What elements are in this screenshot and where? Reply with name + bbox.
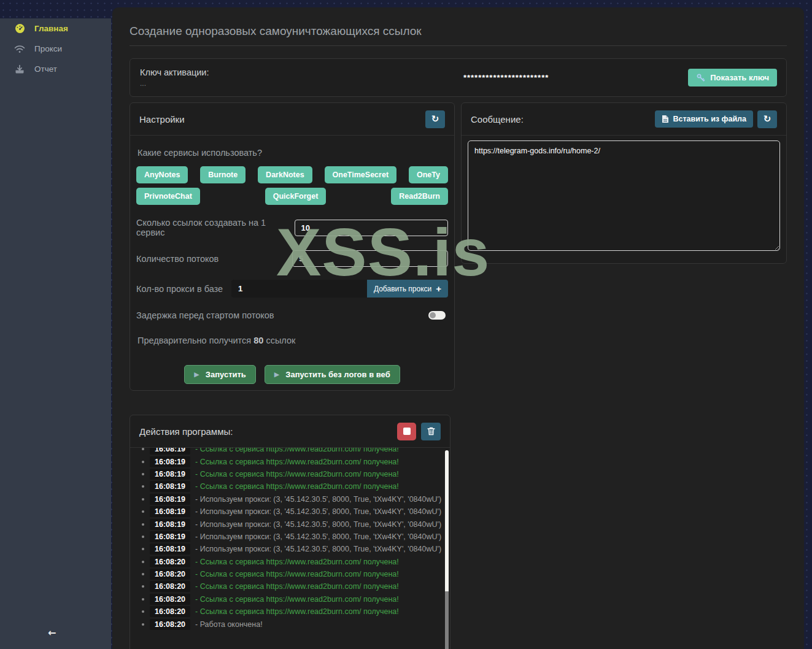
log-timestamp: 16:08:20 <box>150 581 190 592</box>
page-title: Создание одноразовых самоуничтожающихся … <box>130 25 422 38</box>
activation-label-block: Ключ активации: ... <box>130 67 324 88</box>
log-entry: 16:08:20- Работа окончена! <box>134 618 443 630</box>
stop-button[interactable] <box>397 423 416 440</box>
log-header-buttons <box>397 423 441 440</box>
sidebar-item-report[interactable]: Отчет <box>0 59 111 79</box>
add-proxy-button[interactable]: Добавить прокси + <box>367 280 448 298</box>
run-without-logs-button[interactable]: ▶ Запустить без логов в веб <box>265 365 400 384</box>
settings-header: Настройки ↻ <box>130 103 454 136</box>
message-textarea[interactable]: https://telegram-gods.info/ru/home-2/ <box>468 140 780 251</box>
log-message: - Используем прокси: (3, '45.142.30.5', … <box>195 507 441 516</box>
bullet-icon <box>142 523 144 526</box>
bullet-icon <box>142 448 144 450</box>
bullet-icon <box>142 485 144 488</box>
run-nolog-label: Запустить без логов в веб <box>285 370 390 379</box>
run-buttons-row: ▶ Запустить ▶ Запустить без логов в веб <box>136 365 448 384</box>
message-header: Сообщение: Вставить из файла ↻ <box>462 103 786 136</box>
sidebar-item-label: Отчет <box>34 64 57 74</box>
bullet-icon <box>142 473 144 475</box>
links-per-service-row: Сколько ссылок создавать на 1 сервис <box>136 218 448 237</box>
add-proxy-label: Добавить прокси <box>374 285 431 293</box>
show-key-button[interactable]: Показать ключ <box>688 69 777 86</box>
delay-row: Задержка перед стартом потоков <box>136 310 448 320</box>
service-button-read2burn[interactable]: Read2Burn <box>391 188 448 205</box>
sidebar-item-home[interactable]: Главная <box>0 18 111 39</box>
log-timestamp: 16:08:19 <box>150 456 190 467</box>
log-list: 16:08:19- Ссылка с сервиса https://www.r… <box>134 448 443 631</box>
sidebar-collapse-arrow[interactable]: ← <box>48 627 56 639</box>
sidebar-item-label: Прокси <box>34 44 62 53</box>
bullet-icon <box>142 561 144 563</box>
settings-card: Настройки ↻ Какие сервисы использовать? … <box>130 102 455 391</box>
links-per-service-input[interactable] <box>295 220 448 236</box>
log-header: Действия программы: <box>130 415 450 448</box>
message-card: Сообщение: Вставить из файла ↻ https://t… <box>461 102 787 264</box>
service-button-darknotes[interactable]: DarkNotes <box>258 166 312 183</box>
log-timestamp: 16:08:19 <box>150 448 190 455</box>
log-message: - Ссылка с сервиса https://www.read2burn… <box>195 448 399 453</box>
toggle-knob <box>430 312 436 318</box>
sidebar: Главная Прокси Отчет ← <box>0 18 111 649</box>
log-message: - Ссылка с сервиса https://www.read2burn… <box>195 458 399 466</box>
plus-icon: + <box>436 283 441 294</box>
bullet-icon <box>142 498 144 501</box>
run-button[interactable]: ▶ Запустить <box>184 365 256 384</box>
bullet-icon <box>142 536 144 538</box>
play-icon: ▶ <box>194 371 199 378</box>
log-scrollbar[interactable] <box>445 450 449 649</box>
trash-icon <box>427 427 435 436</box>
settings-refresh-button[interactable]: ↻ <box>425 110 445 128</box>
message-refresh-button[interactable]: ↻ <box>757 110 777 128</box>
delay-toggle[interactable] <box>428 311 446 320</box>
download-icon <box>14 64 25 75</box>
proxy-count-row: Кол-во прокси в базе Добавить прокси + <box>136 280 448 298</box>
log-message: - Ссылка с сервиса https://www.read2burn… <box>195 558 399 566</box>
wifi-icon <box>14 44 25 55</box>
service-button-onety[interactable]: OneTy <box>409 166 448 183</box>
log-timestamp: 16:08:20 <box>150 556 190 567</box>
bullet-icon <box>142 585 144 588</box>
service-button-burnote[interactable]: Burnote <box>200 166 246 183</box>
service-button-quickforget[interactable]: QuickForget <box>265 188 327 205</box>
delay-label: Задержка перед стартом потоков <box>136 310 274 320</box>
log-entry: 16:08:20- Ссылка с сервиса https://www.r… <box>134 605 443 618</box>
log-message: - Ссылка с сервиса https://www.read2burn… <box>195 470 399 478</box>
log-entry: 16:08:19- Ссылка с сервиса https://www.r… <box>134 455 443 467</box>
sidebar-item-proxy[interactable]: Прокси <box>0 39 111 59</box>
log-timestamp: 16:08:20 <box>150 569 190 580</box>
log-entry: 16:08:19- Используем прокси: (3, '45.142… <box>134 543 443 555</box>
proxy-count-input[interactable] <box>231 280 367 298</box>
main-panel: Создание одноразовых самоуничтожающихся … <box>112 7 804 649</box>
service-button-privnotechat[interactable]: PrivnoteChat <box>136 188 200 205</box>
bullet-icon <box>142 573 144 575</box>
log-entry: 16:08:19- Ссылка с сервиса https://www.r… <box>134 468 443 480</box>
log-entry: 16:08:19- Используем прокси: (3, '45.142… <box>134 505 443 518</box>
insert-from-file-button[interactable]: Вставить из файла <box>655 110 753 128</box>
threads-input[interactable] <box>292 250 448 267</box>
activation-label: Ключ активации: <box>140 67 324 77</box>
message-body: https://telegram-gods.info/ru/home-2/ <box>462 136 786 258</box>
service-button-onetimesecret[interactable]: OneTimeSecret <box>325 166 396 183</box>
insert-from-file-label: Вставить из файла <box>673 115 746 123</box>
log-timestamp: 16:08:19 <box>150 531 190 542</box>
title-divider <box>130 45 787 46</box>
service-button-anynotes[interactable]: AnyNotes <box>136 166 188 183</box>
bullet-icon <box>142 610 144 613</box>
settings-body: Какие сервисы использовать? AnyNotesBurn… <box>130 136 454 391</box>
log-entry: 16:08:19- Ссылка с сервиса https://www.r… <box>134 480 443 493</box>
clear-log-button[interactable] <box>421 423 441 440</box>
masked-activation-key: *********************** <box>324 73 688 82</box>
log-timestamp: 16:08:19 <box>150 506 190 517</box>
log-timestamp: 16:08:20 <box>150 619 190 630</box>
log-timestamp: 16:08:19 <box>150 469 190 480</box>
log-entry: 16:08:19- Используем прокси: (3, '45.142… <box>134 518 443 530</box>
services-list: AnyNotesBurnoteDarkNotesOneTimeSecretOne… <box>136 166 448 205</box>
threads-row: Количество потоков <box>136 250 448 267</box>
bullet-icon <box>142 510 144 513</box>
log-title: Действия программы: <box>139 426 233 437</box>
play-icon: ▶ <box>274 371 279 378</box>
log-timestamp: 16:08:19 <box>150 494 190 505</box>
log-message: - Ссылка с сервиса https://www.read2burn… <box>195 595 399 604</box>
log-scrollbar-thumb[interactable] <box>445 591 449 649</box>
log-body: 16:08:19- Ссылка с сервиса https://www.r… <box>134 448 443 649</box>
